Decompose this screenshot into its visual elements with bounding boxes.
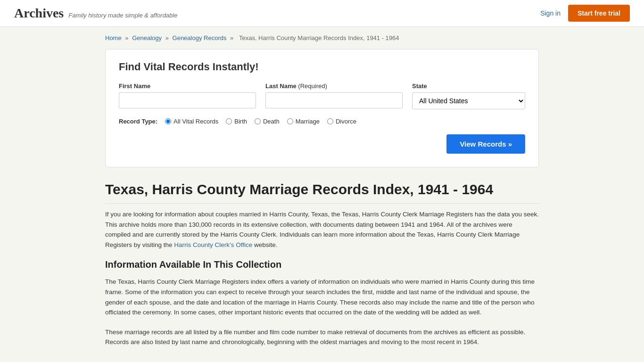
state-label: State xyxy=(412,82,525,90)
search-box: Find Vital Records Instantly! First Name… xyxy=(105,49,539,167)
section1-heading: Information Available In This Collection xyxy=(105,259,539,270)
view-records-row: View Records » xyxy=(119,134,525,154)
radio-marriage[interactable]: Marriage xyxy=(287,118,320,125)
view-records-button[interactable]: View Records » xyxy=(446,134,525,154)
site-tagline: Family history made simple & affordable xyxy=(68,12,177,19)
radio-death[interactable]: Death xyxy=(255,118,280,125)
last-name-group: Last Name (Required) xyxy=(265,82,403,109)
main-content: Home » Genealogy » Genealogy Records » T… xyxy=(96,27,548,362)
breadcrumb-sep-2: » xyxy=(165,34,169,41)
section1-paragraph: The Texas, Harris County Clerk Marriage … xyxy=(105,277,539,317)
radio-divorce-input[interactable] xyxy=(327,118,333,124)
intro-text-after-link: website. xyxy=(252,241,277,248)
radio-birth[interactable]: Birth xyxy=(226,118,247,125)
radio-birth-input[interactable] xyxy=(226,118,232,124)
section2-paragraph: These marriage records are all listed by… xyxy=(105,327,539,347)
last-name-label: Last Name (Required) xyxy=(265,82,403,90)
header-nav: Sign in Start free trial xyxy=(540,5,630,22)
breadcrumb-sep-3: » xyxy=(230,34,233,41)
record-type-label: Record Type: xyxy=(119,118,157,125)
start-trial-button[interactable]: Start free trial xyxy=(568,5,630,22)
site-logo: Archives xyxy=(14,6,64,21)
required-indicator: (Required) xyxy=(297,82,327,90)
first-name-label: First Name xyxy=(119,82,256,90)
first-name-input[interactable] xyxy=(119,92,256,108)
radio-death-input[interactable] xyxy=(255,118,261,124)
sign-in-link[interactable]: Sign in xyxy=(540,9,561,17)
radio-divorce[interactable]: Divorce xyxy=(327,118,356,125)
breadcrumb-sep-1: » xyxy=(125,34,128,41)
page-title: Texas, Harris County Marriage Records In… xyxy=(105,181,539,204)
breadcrumb: Home » Genealogy » Genealogy Records » T… xyxy=(105,34,539,41)
last-name-input[interactable] xyxy=(265,92,403,108)
breadcrumb-genealogy-records[interactable]: Genealogy Records xyxy=(173,34,227,41)
first-name-group: First Name xyxy=(119,82,256,109)
intro-paragraph: If you are looking for information about… xyxy=(105,209,539,250)
breadcrumb-genealogy[interactable]: Genealogy xyxy=(132,34,162,41)
header-logo-area: Archives Family history made simple & af… xyxy=(14,6,177,21)
radio-all-vital-input[interactable] xyxy=(165,118,171,124)
record-type-row: Record Type: All Vital Records Birth Dea… xyxy=(119,118,525,125)
state-group: State All United States Alabama Alaska A… xyxy=(412,82,525,109)
search-title: Find Vital Records Instantly! xyxy=(119,61,525,73)
radio-all-vital[interactable]: All Vital Records xyxy=(165,118,218,125)
search-fields: First Name Last Name (Required) State Al… xyxy=(119,82,525,109)
radio-group: All Vital Records Birth Death Marriage D… xyxy=(165,118,356,125)
breadcrumb-current: Texas, Harris County Marriage Records In… xyxy=(239,34,399,41)
state-select[interactable]: All United States Alabama Alaska Arizona… xyxy=(412,92,525,109)
harris-county-link[interactable]: Harris County Clerk's Office xyxy=(174,241,252,248)
breadcrumb-home[interactable]: Home xyxy=(105,34,122,41)
site-header: Archives Family history made simple & af… xyxy=(0,0,644,27)
intro-text-before-link: If you are looking for information about… xyxy=(105,211,539,248)
radio-marriage-input[interactable] xyxy=(287,118,293,124)
